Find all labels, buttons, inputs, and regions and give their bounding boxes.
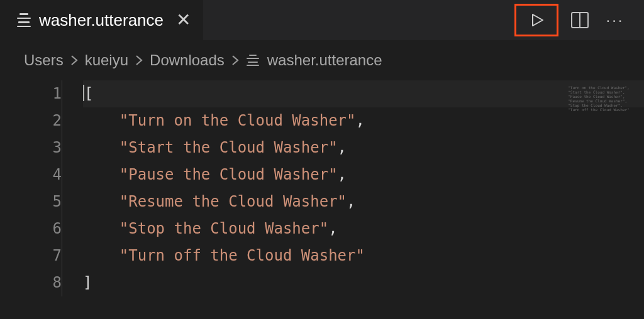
code-token: [ <box>84 85 93 102</box>
file-icon <box>246 55 260 67</box>
code-token: "Stop the Cloud Washer" <box>119 220 328 237</box>
code-line[interactable]: "Pause the Cloud Washer", <box>83 161 644 188</box>
close-icon[interactable]: ✕ <box>176 11 191 29</box>
code-line[interactable]: "Start the Cloud Washer", <box>83 134 644 161</box>
split-editor-button[interactable] <box>566 6 594 34</box>
more-actions-button[interactable]: ··· <box>601 11 629 29</box>
code-token: "Resume the Cloud Washer" <box>119 193 347 210</box>
minimap[interactable]: "Turn on the Cloud Washer", "Start the C… <box>564 85 638 112</box>
line-number: 7 <box>0 242 62 269</box>
code-line[interactable]: "Turn off the Cloud Washer" <box>83 242 644 269</box>
code-line[interactable]: "Stop the Cloud Washer", <box>83 215 644 242</box>
editor-actions: ··· <box>514 4 644 36</box>
breadcrumb: Users kueiyu Downloads washer.utterance <box>0 40 644 80</box>
line-number: 4 <box>0 161 62 188</box>
code-token: "Turn on the Cloud Washer" <box>119 112 356 129</box>
code-line[interactable]: [ <box>83 80 644 107</box>
code-token: "Start the Cloud Washer" <box>119 139 338 156</box>
line-number: 5 <box>0 188 62 215</box>
file-icon <box>16 13 31 28</box>
breadcrumb-file[interactable]: washer.utterance <box>246 51 382 69</box>
code-area[interactable]: [ "Turn on the Cloud Washer", "Start the… <box>62 80 644 296</box>
play-icon <box>529 13 544 28</box>
line-number: 6 <box>0 215 62 242</box>
code-line[interactable]: "Resume the Cloud Washer", <box>83 188 644 215</box>
ellipsis-icon: ··· <box>606 11 624 28</box>
breadcrumb-item[interactable]: kueiyu <box>85 51 128 69</box>
chevron-right-icon <box>231 54 240 67</box>
breadcrumb-item[interactable]: Downloads <box>150 51 225 69</box>
breadcrumb-file-label: washer.utterance <box>267 51 382 69</box>
chevron-right-icon <box>70 54 79 67</box>
run-button[interactable] <box>523 6 550 34</box>
line-number: 2 <box>0 107 62 134</box>
split-icon <box>571 12 589 28</box>
code-token: ] <box>83 274 92 291</box>
chevron-right-icon <box>135 54 143 67</box>
code-token: "Turn off the Cloud Washer" <box>119 247 365 264</box>
editor-tab[interactable]: washer.utterance ✕ <box>0 0 203 40</box>
breadcrumb-item[interactable]: Users <box>24 51 64 69</box>
play-highlight-box <box>514 4 558 36</box>
line-number: 1 <box>0 80 62 107</box>
tab-bar: washer.utterance ✕ ··· <box>0 0 644 40</box>
code-token: "Pause the Cloud Washer" <box>119 166 338 183</box>
line-number-gutter: 12345678 <box>0 80 62 296</box>
line-number: 3 <box>0 134 62 161</box>
indent-guide <box>62 80 62 296</box>
code-line[interactable]: "Turn on the Cloud Washer", <box>83 107 644 134</box>
editor[interactable]: 12345678 [ "Turn on the Cloud Washer", "… <box>0 80 644 296</box>
line-number: 8 <box>0 269 62 296</box>
code-line[interactable]: ] <box>83 269 644 296</box>
tab-title: washer.utterance <box>39 11 164 30</box>
